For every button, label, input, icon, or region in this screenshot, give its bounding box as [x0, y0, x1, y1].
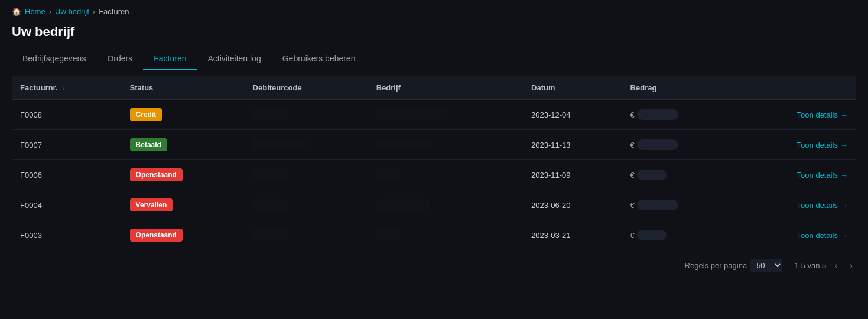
euro-sign: € [630, 110, 635, 119]
cell-bedrijf [368, 220, 523, 250]
redacted-amount [637, 139, 678, 150]
toon-details-link[interactable]: Toon details → [797, 110, 848, 119]
next-page-button[interactable]: › [846, 259, 856, 272]
tab-orders[interactable]: Orders [96, 48, 143, 70]
cell-datum: 2023-11-09 [523, 160, 622, 190]
redacted-bedrijf [376, 109, 447, 119]
redacted-debiteur [253, 139, 306, 149]
cell-actions: Toon details → [736, 100, 856, 130]
cell-datum: 2023-03-21 [523, 220, 622, 250]
cell-factuurnr: F0004 [12, 190, 122, 220]
breadcrumb: 🏠 Home › Uw bedrijf › Facturen [0, 0, 868, 21]
cell-bedrijf [368, 160, 523, 190]
cell-status: Openstaand [122, 160, 245, 190]
cell-factuurnr: F0007 [12, 130, 122, 160]
redacted-bedrijf [376, 169, 400, 180]
invoice-table-container: Factuurnr. ↓ Status Debiteurcode Bedrijf… [0, 76, 868, 250]
cell-actions: Toon details → [736, 160, 856, 190]
cell-actions: Toon details → [736, 130, 856, 160]
table-row: F0004 Vervallen 2023-06-20 € Toon detail… [12, 190, 856, 220]
cell-factuurnr: F0006 [12, 160, 122, 190]
cell-debiteurcode [245, 160, 368, 190]
toon-details-link[interactable]: Toon details → [797, 171, 848, 180]
euro-sign: € [630, 141, 635, 149]
rows-per-page: Regels per pagina 50 25 100 [685, 259, 783, 272]
home-icon: 🏠 [12, 7, 21, 16]
table-footer: Regels per pagina 50 25 100 1-5 van 5 ‹ … [0, 250, 868, 281]
tab-gebruikers[interactable]: Gebruikers beheren [272, 48, 366, 70]
tabs-container: Bedrijfsgegevens Orders Facturen Activit… [0, 48, 868, 70]
status-badge: Credit [130, 108, 162, 121]
cell-bedrag: € [622, 160, 737, 190]
redacted-debiteur [253, 109, 288, 119]
euro-sign: € [630, 171, 635, 180]
cell-status: Credit [122, 100, 245, 130]
redacted-bedrijf [376, 139, 430, 149]
cell-bedrag: € [622, 190, 737, 220]
cell-status: Openstaand [122, 220, 245, 250]
tab-bedrijfsgegevens[interactable]: Bedrijfsgegevens [12, 48, 96, 70]
breadcrumb-sep-1: › [49, 7, 51, 16]
table-row: F0003 Openstaand 2023-03-21 € Toon detai… [12, 220, 856, 250]
col-datum: Datum [523, 76, 622, 100]
breadcrumb-home[interactable]: Home [25, 7, 45, 16]
cell-datum: 2023-06-20 [523, 190, 622, 220]
cell-debiteurcode [245, 130, 368, 160]
redacted-amount [637, 109, 678, 120]
col-factuurnr[interactable]: Factuurnr. ↓ [12, 76, 122, 100]
arrow-icon: → [840, 231, 848, 240]
redacted-debiteur [253, 169, 288, 180]
sort-icon-factuurnr: ↓ [62, 84, 66, 92]
cell-status: Vervallen [122, 190, 245, 220]
breadcrumb-current: Facturen [99, 7, 129, 16]
col-debiteurcode: Debiteurcode [245, 76, 368, 100]
rows-per-page-select[interactable]: 50 25 100 [750, 259, 782, 272]
cell-factuurnr: F0008 [12, 100, 122, 130]
status-badge: Openstaand [130, 168, 183, 181]
breadcrumb-company[interactable]: Uw bedrijf [55, 7, 89, 16]
toon-details-link[interactable]: Toon details → [797, 141, 848, 149]
tab-activiteiten[interactable]: Activiteiten log [197, 48, 271, 70]
euro-sign: € [630, 231, 635, 240]
cell-debiteurcode [245, 220, 368, 250]
cell-bedrijf [368, 130, 523, 160]
col-bedrijf: Bedrijf [368, 76, 523, 100]
arrow-icon: → [840, 141, 848, 149]
status-badge: Vervallen [130, 198, 173, 211]
toon-details-link[interactable]: Toon details → [797, 231, 848, 240]
prev-page-button[interactable]: ‹ [831, 259, 841, 272]
cell-status: Betaald [122, 130, 245, 160]
redacted-debiteur [253, 199, 288, 210]
cell-bedrijf [368, 100, 523, 130]
redacted-amount [637, 200, 678, 210]
table-row: F0006 Openstaand 2023-11-09 € Toon detai… [12, 160, 856, 190]
redacted-bedrijf [376, 229, 400, 240]
status-badge: Betaald [130, 138, 167, 151]
redacted-amount [637, 230, 667, 240]
cell-actions: Toon details → [736, 190, 856, 220]
invoice-table: Factuurnr. ↓ Status Debiteurcode Bedrijf… [12, 76, 856, 250]
toon-details-link[interactable]: Toon details → [797, 201, 848, 210]
cell-datum: 2023-12-04 [523, 100, 622, 130]
page-title: Uw bedrijf [0, 21, 868, 48]
redacted-amount [637, 170, 667, 180]
table-row: F0007 Betaald 2023-11-13 € Toon details … [12, 130, 856, 160]
table-header-row: Factuurnr. ↓ Status Debiteurcode Bedrijf… [12, 76, 856, 100]
pagination-text: 1-5 van 5 [794, 261, 826, 270]
cell-datum: 2023-11-13 [523, 130, 622, 160]
redacted-bedrijf [376, 199, 430, 210]
breadcrumb-sep-2: › [93, 7, 95, 16]
cell-actions: Toon details → [736, 220, 856, 250]
cell-bedrag: € [622, 100, 737, 130]
cell-bedrag: € [622, 220, 737, 250]
cell-bedrijf [368, 190, 523, 220]
tab-facturen[interactable]: Facturen [143, 48, 197, 70]
arrow-icon: → [840, 171, 848, 180]
cell-debiteurcode [245, 100, 368, 130]
rows-per-page-label: Regels per pagina [685, 261, 747, 270]
euro-sign: € [630, 201, 635, 210]
pagination-info: 1-5 van 5 ‹ › [794, 259, 856, 272]
col-actions [736, 76, 856, 100]
cell-bedrag: € [622, 130, 737, 160]
cell-debiteurcode [245, 190, 368, 220]
